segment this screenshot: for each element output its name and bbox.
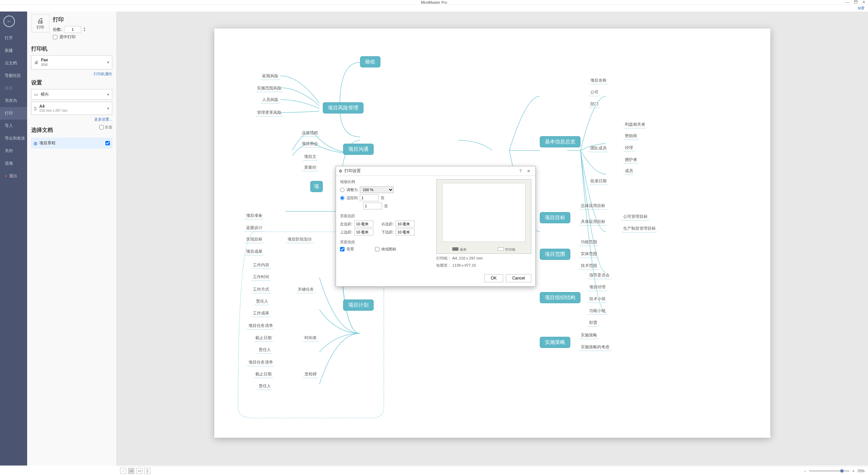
backstage-nav: ← 打开 新建 云文档 导图社区 保存 另存为 打印 导入 导出和发送 关闭 选… (0, 12, 27, 466)
app-title: MindMaster Pro (421, 0, 447, 4)
paper-select[interactable]: ▯ A4 210 mm x 297 mm ▾ (31, 102, 112, 115)
chevron-down-icon: ▾ (107, 92, 109, 97)
select-all-checkbox[interactable] (99, 125, 104, 129)
fit-to-radio[interactable] (340, 196, 344, 200)
dialog-help-button[interactable]: ? (516, 169, 525, 173)
zoom-value[interactable]: 70% (857, 469, 865, 473)
more-settings-link[interactable]: 更多设置... (31, 117, 112, 122)
copies-input[interactable] (64, 26, 81, 33)
minimize-button[interactable]: — (845, 0, 849, 4)
document-checkbox[interactable] (105, 141, 110, 145)
zoom-out-icon[interactable]: − (804, 469, 806, 473)
ok-button[interactable]: OK (484, 274, 503, 282)
gear-icon: ⚙ (339, 169, 342, 173)
section-printer: 打印机 (31, 45, 112, 53)
node-goal: 项目目标 (540, 212, 570, 223)
close-button[interactable]: ✕ (862, 0, 865, 4)
printer-icon: 🖨 (34, 60, 38, 65)
section-print: 打印 (53, 16, 86, 23)
nav-options[interactable]: 选项 (0, 157, 27, 170)
view-btn-1[interactable]: ▫ (120, 468, 126, 474)
document-icon: ▦ (34, 141, 37, 146)
adjust-to-radio[interactable] (340, 188, 344, 192)
section-select-doc: 选择文档 (31, 127, 53, 134)
account-name[interactable]: M君 (858, 6, 865, 10)
margin-bottom-input[interactable] (396, 229, 415, 235)
spinner-icon[interactable]: ▲▼ (83, 27, 86, 32)
orientation-select[interactable]: ▭ 横向 ▾ (31, 89, 112, 100)
node-communication: 项目沟通 (343, 144, 374, 155)
nav-save: 保存 (0, 82, 27, 95)
cancel-button[interactable]: Cancel (506, 274, 531, 282)
margin-left-input[interactable] (354, 221, 373, 227)
printer-icon: 🖨 (37, 17, 44, 25)
nav-export[interactable]: 导出和发送 (0, 132, 27, 145)
printer-select[interactable]: 🖨 Fax 就绪 ▾ (31, 55, 112, 69)
view-btn-4[interactable]: ▯ (144, 468, 151, 474)
page-icon: ▯ (34, 106, 37, 111)
node-scope: 项目范围 (540, 249, 570, 260)
print-button[interactable]: 🖨 打印 (31, 14, 50, 33)
node-plan: 项目计划 (343, 300, 374, 311)
maximize-button[interactable]: 🗖 (854, 0, 857, 4)
nav-open[interactable]: 打开 (0, 32, 27, 44)
collapse-icon-checkbox[interactable] (375, 247, 379, 251)
window-controls: — 🗖 ✕ (845, 0, 865, 4)
fit-y-input[interactable] (363, 203, 382, 209)
dialog-close-button[interactable]: ✕ (525, 169, 533, 173)
chevron-down-icon: ▾ (107, 60, 109, 65)
view-btn-3[interactable]: ▭ (136, 468, 142, 474)
nav-cloud[interactable]: 云文档 (0, 57, 27, 69)
nav-import[interactable]: 导入 (0, 120, 27, 132)
node-basic-info: 基本信息总览 (540, 136, 580, 147)
adjust-to-select[interactable]: 100 % (360, 186, 394, 193)
nav-print[interactable]: 打印 (0, 107, 27, 120)
document-item[interactable]: ▦ 项目章程 (31, 138, 112, 148)
nav-exit[interactable]: 退出 (0, 170, 27, 182)
print-settings-dialog: ⚙ 打印设置 ? ✕ 缩放比例 调整为 100 % 适应到 页 (336, 166, 536, 287)
status-bar: ▫ ▭ ▭ ▯ − + 70% (117, 466, 868, 475)
view-btn-2[interactable]: ▭ (128, 468, 134, 474)
nav-close[interactable]: 关闭 (0, 145, 27, 157)
center-print-checkbox[interactable] (53, 35, 57, 39)
back-button[interactable]: ← (3, 16, 15, 27)
node-risk: 项目风险管理 (323, 102, 363, 113)
node-acceptance: 验收 (360, 56, 380, 67)
dialog-preview: 画布 打印纸 (436, 179, 531, 254)
printer-properties-link[interactable]: 打印机属性 (31, 71, 112, 77)
background-checkbox[interactable] (340, 247, 344, 251)
nav-saveas[interactable]: 另存为 (0, 95, 27, 107)
section-settings: 设置 (31, 79, 112, 86)
nav-new[interactable]: 新建 (0, 44, 27, 57)
zoom-in-icon[interactable]: + (852, 469, 854, 473)
titlebar: MindMaster Pro — 🗖 ✕ (0, 0, 868, 5)
fit-x-input[interactable] (360, 194, 379, 201)
node-org: 项目组织结构 (540, 292, 580, 303)
chevron-down-icon: ▾ (107, 106, 109, 111)
print-panel: 🖨 打印 打印 份数: ▲▼ 居中打印 打印机 🖨 Fax (27, 12, 117, 466)
dialog-titlebar[interactable]: ⚙ 打印设置 ? ✕ (336, 166, 535, 176)
margin-right-input[interactable] (396, 221, 415, 227)
node-strategy: 实施策略 (540, 337, 570, 348)
zoom-slider[interactable] (809, 470, 850, 472)
account-row: M君 (0, 5, 868, 12)
margin-top-input[interactable] (354, 229, 373, 235)
nav-community[interactable]: 导图社区 (0, 69, 27, 82)
orientation-icon: ▭ (34, 92, 38, 97)
